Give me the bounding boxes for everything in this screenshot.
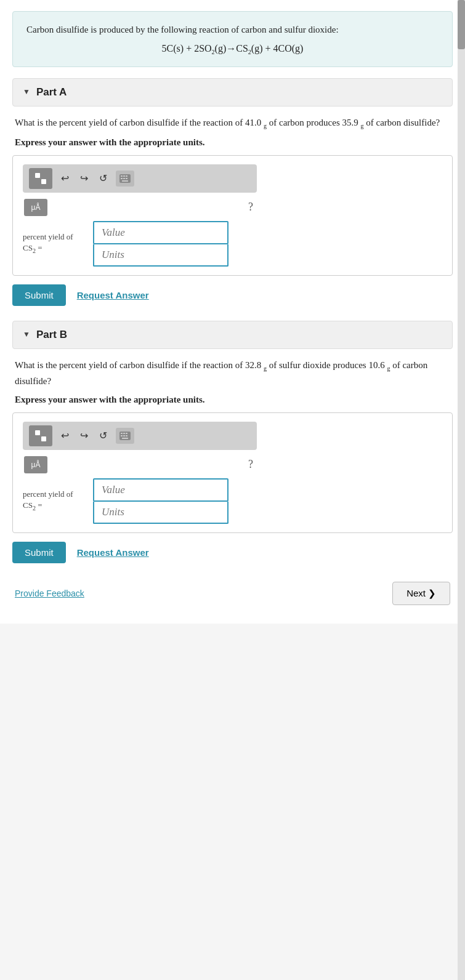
part-a-question: What is the percent yield of carbon disu… [12,115,453,131]
part-b-mu-button[interactable]: μÅ [24,456,47,473]
part-a-redo-button[interactable]: ↪ [78,171,91,185]
part-b-action-row: Submit Request Answer [12,542,453,563]
svg-rect-18 [123,433,125,434]
svg-rect-3 [41,179,46,184]
part-b-express-label: Express your answer with the appropriate… [12,395,453,405]
svg-rect-8 [121,178,123,179]
part-a-input-row: percent yield of CS2 = [23,221,442,267]
svg-rect-11 [122,180,128,182]
svg-rect-20 [121,435,123,436]
keyboard-icon [119,174,131,183]
part-b-value-input[interactable] [93,478,228,502]
part-a-request-answer-link[interactable]: Request Answer [77,290,149,300]
part-a-answer-box: ↩ ↪ ↺ μÅ [12,155,453,276]
part-b-units-input[interactable] [93,502,228,524]
part-b-header[interactable]: ▼ Part B [12,321,453,349]
part-a-units-input[interactable] [93,244,228,267]
part-a-keyboard-button[interactable] [116,171,134,187]
part-a-title: Part A [36,86,67,98]
provide-feedback-link[interactable]: Provide Feedback [15,588,84,598]
part-b-redo-button[interactable]: ↪ [78,428,91,443]
part-a-action-row: Submit Request Answer [12,284,453,306]
svg-rect-7 [126,175,127,177]
part-b-answer-box: ↩ ↪ ↺ μÅ [12,412,453,533]
part-b-input-row: percent yield of CS2 = [23,478,442,524]
part-b-grid-button[interactable] [29,425,52,446]
svg-rect-6 [123,175,125,177]
part-a-value-input[interactable] [93,221,228,244]
part-a-mu-button[interactable]: μÅ [24,199,47,216]
intro-text: Carbon disulfide is produced by the foll… [26,23,439,37]
part-a-input-label: percent yield of CS2 = [23,231,84,255]
part-b-refresh-button[interactable]: ↺ [97,428,110,443]
part-b-input-label: percent yield of CS2 = [23,489,84,513]
chevron-right-icon: ❯ [428,588,436,599]
svg-rect-17 [121,433,123,434]
part-a-refresh-button[interactable]: ↺ [97,171,110,185]
intro-box: Carbon disulfide is produced by the foll… [12,11,453,67]
part-a-header[interactable]: ▼ Part A [12,78,453,106]
svg-rect-13 [41,430,46,435]
part-b-toolbar-row2: μÅ ? [23,456,257,473]
svg-rect-10 [126,178,127,179]
svg-rect-21 [123,435,125,436]
svg-rect-5 [121,175,123,177]
grid-icon-b [34,429,47,443]
part-b-input-fields [93,478,228,524]
bottom-row: Provide Feedback Next ❯ [12,582,453,605]
svg-rect-12 [35,430,40,435]
svg-rect-22 [126,435,127,436]
part-b-help-button[interactable]: ? [248,458,253,471]
part-b-undo-button[interactable]: ↩ [59,428,71,443]
svg-rect-19 [126,433,127,434]
part-a-express-label: Express your answer with the appropriate… [12,137,453,148]
chevron-down-icon-b: ▼ [23,330,30,339]
part-a-submit-button[interactable]: Submit [12,284,66,306]
keyboard-icon-b [119,432,131,440]
part-a-section: ▼ Part A What is the percent yield of ca… [12,78,453,306]
part-b-title: Part B [36,329,67,341]
svg-rect-2 [35,179,40,184]
part-a-undo-button[interactable]: ↩ [59,171,71,185]
svg-rect-9 [123,178,125,179]
part-b-request-answer-link[interactable]: Request Answer [77,547,149,558]
svg-rect-1 [41,173,46,178]
equation: 5C(s) + 2SO2(g)→CS2(g) + 4CO(g) [26,43,439,55]
grid-icon [34,172,47,185]
part-a-toolbar-row2: μÅ ? [23,199,257,216]
part-b-submit-button[interactable]: Submit [12,542,66,563]
part-a-help-button[interactable]: ? [248,201,253,214]
part-b-question: What is the percent yield of carbon disu… [12,358,453,388]
svg-rect-0 [35,173,40,178]
part-b-section: ▼ Part B What is the percent yield of ca… [12,321,453,563]
page-wrapper: Carbon disulfide is produced by the foll… [0,0,465,624]
scrollbar-thumb[interactable] [458,0,465,49]
part-a-input-fields [93,221,228,267]
next-label: Next [406,588,426,598]
svg-rect-23 [122,438,128,439]
svg-rect-15 [41,436,46,441]
scrollbar[interactable] [458,0,465,980]
svg-rect-14 [35,436,40,441]
part-b-keyboard-button[interactable] [116,428,134,444]
next-button[interactable]: Next ❯ [392,582,450,605]
part-a-grid-button[interactable] [29,168,52,189]
chevron-down-icon: ▼ [23,87,30,97]
part-a-toolbar: ↩ ↪ ↺ [23,164,257,193]
part-b-toolbar: ↩ ↪ ↺ [23,422,257,450]
